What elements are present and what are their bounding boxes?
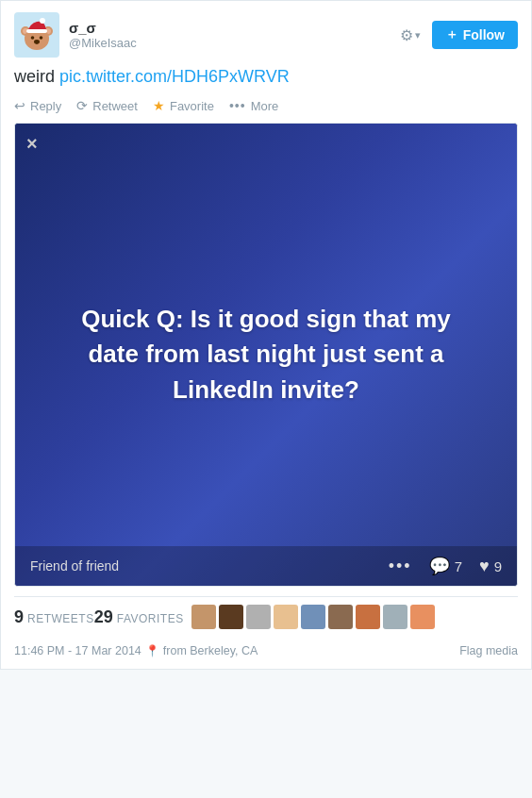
retweets-count: 9 [14,607,24,627]
mini-avatar-4 [274,605,298,629]
favorite-button[interactable]: ★ Favorite [153,98,214,113]
tweet-text: weird pic.twitter.com/HDH6PxWRVR [14,65,518,89]
tweet-header: σ_σ @MikeIsaac ⚙ ▾ ＋ Follow [14,12,518,58]
mini-avatar-7 [356,605,380,629]
display-name: σ_σ [69,20,137,36]
flag-media-button[interactable]: Flag media [459,644,518,657]
tweet-footer: 11:46 PM - 17 Mar 2014 📍 from Berkeley, … [14,637,518,669]
image-comment-stat: 💬 7 [429,556,462,576]
image-like-stat: ♥ 9 [479,557,502,576]
more-button[interactable]: ••• More [229,98,278,113]
mini-avatar-2 [219,605,243,629]
retweets-label: RETWEETS [27,612,94,625]
like-count: 9 [494,558,502,574]
mini-avatar-9 [410,605,435,629]
svg-point-6 [31,36,35,40]
svg-point-10 [40,18,45,24]
location-pin-icon: 📍 [145,644,159,657]
image-text: Quick Q: Is it good sign that my date fr… [15,302,517,408]
tweet-card: σ_σ @MikeIsaac ⚙ ▾ ＋ Follow weird pic.tw… [0,0,532,670]
favorites-stat: 29 FAVORITES [94,607,184,627]
image-source-label: Friend of friend [30,558,119,574]
svg-rect-9 [26,29,47,33]
user-info: σ_σ @MikeIsaac [69,20,137,50]
tweet-image-container[interactable]: × Quick Q: Is it good sign that my date … [14,123,518,587]
avatar [14,12,59,58]
tweet-text-prefix: weird [14,67,55,86]
mini-avatar-6 [328,605,353,629]
tweet-image: × Quick Q: Is it good sign that my date … [15,124,517,586]
location-text: from Berkeley, CA [163,644,258,657]
reply-button[interactable]: ↩ Reply [14,98,61,113]
comment-bubble-icon: 💬 [429,556,450,576]
svg-point-7 [40,36,43,40]
retweets-stat: 9 RETWEETS [14,607,94,627]
favorite-label: Favorite [170,99,214,113]
mini-avatar-5 [301,605,325,629]
tweet-link[interactable]: pic.twitter.com/HDH6PxWRVR [59,67,290,86]
comment-count: 7 [455,558,462,574]
stats-row: 9 RETWEETS 29 FAVORITES [14,596,518,637]
follow-button[interactable]: ＋ Follow [432,21,518,49]
tweet-header-left: σ_σ @MikeIsaac [14,12,137,58]
retweet-button[interactable]: ⟳ Retweet [76,98,138,113]
timestamp-text: 11:46 PM - 17 Mar 2014 [14,644,141,657]
favorites-count: 29 [94,607,113,627]
favoriter-avatars [191,605,435,629]
gear-settings-button[interactable]: ⚙ ▾ [394,23,426,48]
follow-plus-icon: ＋ [445,26,458,43]
heart-icon: ♥ [479,557,490,576]
image-footer: Friend of friend ••• 💬 7 ♥ 9 [15,546,517,586]
header-right: ⚙ ▾ ＋ Follow [394,21,518,49]
username: @MikeIsaac [69,36,137,50]
ellipsis-icon: ••• [229,98,246,113]
chevron-down-icon: ▾ [415,29,421,42]
image-footer-right: ••• 💬 7 ♥ 9 [389,556,502,576]
mini-avatar-8 [383,605,407,629]
reply-label: Reply [30,99,61,113]
gear-icon: ⚙ [400,26,413,44]
image-close-button[interactable]: × [26,133,38,155]
tweet-actions: ↩ Reply ⟳ Retweet ★ Favorite ••• More [14,98,518,113]
retweet-icon: ⟳ [76,98,88,113]
mini-avatar-3 [246,605,271,629]
retweet-label: Retweet [92,99,138,113]
image-dots-icon: ••• [389,557,412,576]
follow-label: Follow [463,27,505,42]
reply-icon: ↩ [14,98,25,113]
favorites-label: FAVORITES [117,612,184,625]
tweet-timestamp: 11:46 PM - 17 Mar 2014 📍 from Berkeley, … [14,644,258,657]
mini-avatar-1 [191,605,216,629]
star-icon: ★ [153,98,165,113]
more-label: More [251,99,279,113]
